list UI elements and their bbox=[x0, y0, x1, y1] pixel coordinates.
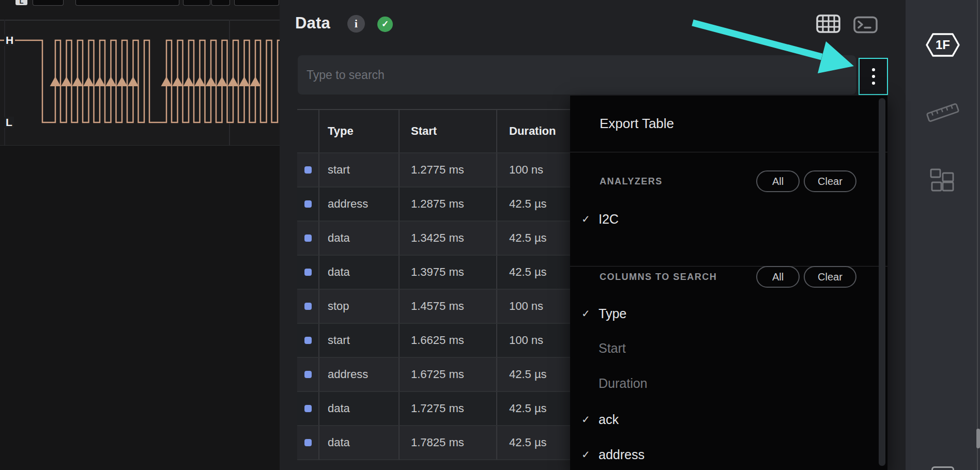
cell-type: data bbox=[319, 392, 400, 426]
menu-item-type[interactable]: ✓ Type bbox=[570, 303, 873, 324]
app-window: L H L Data i ✓ bbox=[0, 0, 980, 470]
cell-start: 1.3425 ms bbox=[400, 222, 497, 256]
window-edge bbox=[977, 0, 978, 470]
cell-start: 1.4575 ms bbox=[400, 290, 497, 324]
cell-type: data bbox=[319, 256, 400, 290]
signal-trace bbox=[0, 40, 280, 122]
decode-bubble bbox=[33, 0, 64, 6]
type-column-header[interactable]: Type bbox=[319, 110, 400, 153]
high-level-label: H bbox=[4, 35, 15, 46]
menu-item-i2c[interactable]: ✓ I2C bbox=[570, 208, 873, 230]
columns-all-button[interactable]: All bbox=[756, 266, 800, 288]
waveform-empty-area bbox=[0, 146, 280, 470]
menu-item-start[interactable]: Start bbox=[570, 337, 873, 359]
search-input[interactable] bbox=[298, 55, 856, 95]
panel-title: Data bbox=[295, 14, 330, 33]
device-badge-1f[interactable]: 1F bbox=[906, 32, 980, 58]
frame-marker-icon bbox=[304, 269, 312, 276]
table-options-kebab-button[interactable] bbox=[859, 58, 888, 95]
cell-type: stop bbox=[319, 290, 400, 324]
check-icon: ✓ bbox=[581, 448, 597, 461]
frame-marker-icon bbox=[304, 166, 312, 174]
check-icon: ✓ bbox=[581, 307, 597, 320]
analyzers-clear-button[interactable]: Clear bbox=[804, 170, 856, 192]
menu-scrollbar[interactable] bbox=[879, 98, 885, 466]
analyzer-ok-icon: ✓ bbox=[377, 17, 393, 32]
analyzers-section-label: ANALYZERS bbox=[600, 170, 663, 192]
check-icon: ✓ bbox=[581, 213, 597, 225]
export-table-menu-item[interactable]: Export Table bbox=[570, 96, 887, 152]
kebab-dot bbox=[872, 82, 875, 85]
cell-type: data bbox=[319, 426, 400, 460]
menu-item-duration[interactable]: Duration bbox=[570, 372, 873, 394]
frame-marker-icon bbox=[304, 303, 312, 310]
cell-type: start bbox=[319, 324, 400, 358]
cell-start: 1.6625 ms bbox=[400, 324, 497, 358]
frame-marker-icon bbox=[304, 200, 312, 208]
icon-column-header[interactable] bbox=[297, 110, 319, 153]
digital-waveform bbox=[0, 20, 280, 146]
analyzers-all-button[interactable]: All bbox=[756, 170, 800, 192]
cell-start: 1.3975 ms bbox=[400, 256, 497, 290]
frame-marker-icon bbox=[304, 337, 312, 344]
decode-bubble bbox=[211, 0, 230, 6]
edge-scrollbar-thumb[interactable] bbox=[976, 429, 980, 448]
frame-marker-icon bbox=[304, 234, 312, 242]
frame-marker-icon bbox=[304, 371, 312, 378]
decode-bubble bbox=[75, 0, 179, 6]
table-options-menu: Export Table ANALYZERS All Clear ✓ I2C C… bbox=[570, 96, 887, 470]
cell-start: 1.6725 ms bbox=[400, 358, 497, 392]
kebab-dot bbox=[872, 68, 875, 71]
decode-bubble bbox=[234, 0, 279, 6]
low-level-label: L bbox=[4, 117, 14, 128]
kebab-dot bbox=[872, 75, 875, 78]
columns-clear-button[interactable]: Clear bbox=[804, 266, 856, 288]
right-sidebar: 1F bbox=[906, 0, 980, 470]
cell-type: start bbox=[319, 153, 400, 187]
cell-start: 1.7275 ms bbox=[400, 392, 497, 426]
cell-start: 1.2875 ms bbox=[400, 187, 497, 222]
layout-tiles-icon[interactable] bbox=[906, 168, 980, 193]
cell-type: address bbox=[319, 187, 400, 222]
cell-type: address bbox=[319, 358, 400, 392]
frame-marker-icon bbox=[304, 439, 312, 446]
cell-type: data bbox=[319, 222, 400, 256]
sidebar-bottom-button[interactable] bbox=[931, 466, 954, 470]
frame-marker-icon bbox=[304, 405, 312, 412]
menu-item-ack[interactable]: ✓ ack bbox=[570, 409, 873, 430]
start-column-header[interactable]: Start bbox=[400, 110, 497, 153]
check-icon: ✓ bbox=[581, 413, 597, 426]
decode-bubble bbox=[183, 0, 210, 6]
waveform-panel[interactable]: L H L bbox=[0, 0, 280, 470]
terminal-view-icon[interactable] bbox=[853, 15, 878, 34]
cell-start: 1.2775 ms bbox=[400, 153, 497, 187]
channel-label-badge: L bbox=[16, 0, 27, 5]
menu-item-address[interactable]: ✓ address bbox=[570, 444, 873, 465]
device-badge-text: 1F bbox=[936, 38, 950, 52]
measure-ruler-icon[interactable] bbox=[906, 99, 980, 126]
table-view-icon[interactable] bbox=[816, 14, 840, 33]
info-icon[interactable]: i bbox=[347, 15, 365, 33]
menu-divider bbox=[570, 152, 887, 152]
cell-start: 1.7825 ms bbox=[400, 426, 497, 460]
columns-section-label: COLUMNS TO SEARCH bbox=[600, 266, 717, 288]
